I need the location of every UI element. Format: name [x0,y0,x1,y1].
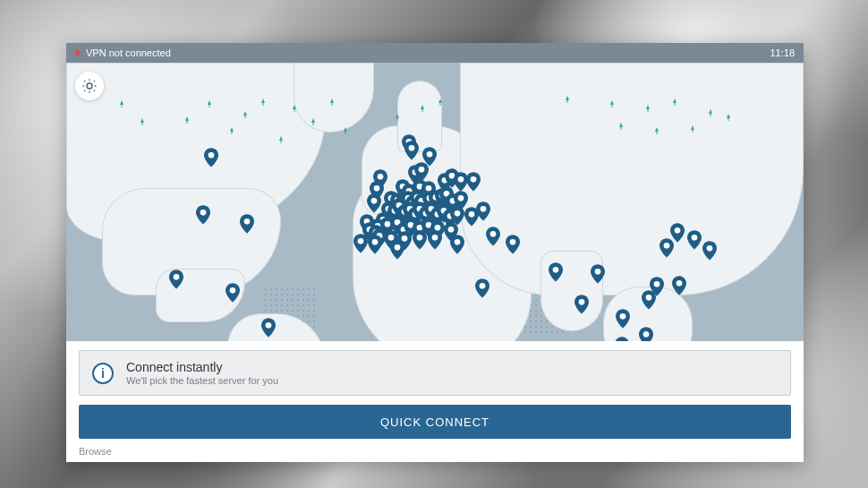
tree-icon [646,105,650,112]
svg-point-86 [675,227,681,234]
tree-icon [421,105,424,112]
connect-subtitle: We'll pick the fastest server for you [126,375,278,386]
tree-icon [655,127,659,134]
svg-point-55 [455,210,461,217]
svg-point-77 [595,269,601,275]
svg-point-2 [244,218,251,225]
tree-icon [709,109,712,116]
tree-icon [185,116,189,124]
connect-card[interactable]: i Connect instantly We'll pick the faste… [79,350,791,396]
server-pin[interactable] [196,205,210,225]
server-pin[interactable] [616,309,630,329]
tree-icon [438,98,442,106]
svg-point-76 [579,299,585,305]
svg-point-7 [374,185,380,192]
svg-point-75 [553,267,559,273]
svg-point-83 [654,281,660,287]
svg-point-72 [490,231,497,237]
tree-icon [396,114,399,121]
svg-point-85 [664,243,670,249]
server-pin[interactable] [615,337,629,341]
server-pin[interactable] [367,193,381,213]
landmass-gl [294,63,374,133]
tree-icon [330,98,334,106]
svg-point-21 [427,151,433,158]
server-pin[interactable] [353,234,368,253]
server-pin[interactable] [404,141,419,160]
world-map[interactable] [66,63,804,341]
status-dot-disconnected [75,50,81,56]
quick-connect-button[interactable]: QUICK CONNECT [79,405,791,439]
svg-point-57 [481,206,487,212]
browse-link[interactable]: Browse [79,446,791,457]
server-pin[interactable] [261,318,276,338]
gear-icon [81,78,98,94]
server-pin[interactable] [422,147,437,167]
tree-icon [691,125,694,133]
settings-button[interactable] [75,72,104,100]
connect-title: Connect instantly [126,360,278,374]
svg-point-65 [448,227,455,233]
svg-point-88 [707,245,713,252]
tree-icon [140,118,144,125]
info-icon: i [92,363,114,384]
server-pin[interactable] [226,283,240,303]
svg-point-78 [620,313,626,320]
tree-icon [293,105,296,112]
clock: 11:18 [770,47,795,58]
svg-point-73 [510,239,516,245]
server-pin[interactable] [169,270,183,289]
status-text: VPN not connected [86,47,171,58]
svg-point-71 [455,239,461,245]
tree-icon [619,123,623,130]
server-pin[interactable] [428,230,442,250]
svg-point-69 [432,235,438,241]
tree-icon [610,100,614,107]
svg-point-16 [372,239,379,245]
server-pin[interactable] [413,230,427,250]
svg-point-84 [677,280,683,287]
server-pin[interactable] [466,172,481,192]
svg-point-5 [266,322,272,329]
app-window: VPN not connected 11:18 [66,43,804,462]
tree-icon [673,98,677,106]
server-pin[interactable] [475,278,489,298]
server-pin[interactable] [639,327,653,341]
svg-point-0 [208,152,215,158]
svg-point-87 [692,235,698,241]
tree-icon [243,111,247,118]
server-pin[interactable] [450,235,464,254]
tree-icon [311,118,315,125]
server-pin[interactable] [204,148,218,167]
tree-icon [279,136,283,143]
tree-icon [727,114,730,121]
tree-icon [230,127,234,134]
svg-point-28 [458,176,464,183]
server-pin[interactable] [670,223,685,243]
server-pin[interactable] [702,241,717,261]
svg-point-20 [419,167,425,173]
svg-point-3 [174,274,180,280]
svg-point-4 [230,287,236,294]
svg-point-68 [417,235,423,241]
svg-point-6 [378,174,384,180]
svg-point-18 [409,145,415,151]
tree-icon [120,100,123,107]
server-pin[interactable] [506,235,520,254]
server-pin[interactable] [549,262,563,282]
server-pin[interactable] [687,230,702,250]
server-pin[interactable] [486,227,500,246]
server-pin[interactable] [240,214,254,234]
server-pin[interactable] [476,201,490,221]
status-bar: VPN not connected 11:18 [66,43,804,63]
server-pin[interactable] [650,277,664,296]
server-pin[interactable] [672,276,686,295]
svg-point-56 [469,211,475,218]
server-pin[interactable] [574,295,589,314]
server-pin[interactable] [591,264,605,284]
server-pin[interactable] [390,240,404,260]
tree-icon [261,98,265,106]
svg-point-29 [471,176,477,183]
server-pin[interactable] [368,235,382,254]
svg-point-8 [371,198,378,204]
